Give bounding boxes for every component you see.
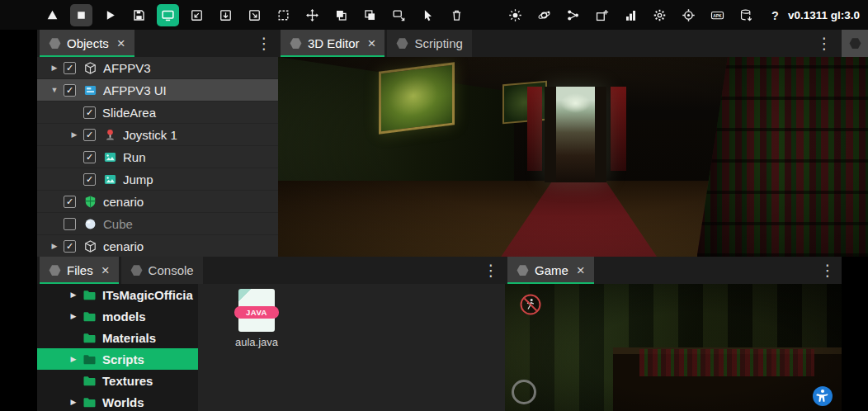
apk-export-icon[interactable]: APK: [706, 4, 729, 26]
object-label: Run: [123, 150, 146, 164]
visibility-checkbox[interactable]: ✓: [64, 240, 76, 253]
close-icon[interactable]: ×: [368, 36, 376, 50]
folder-row-itsmagicofficia[interactable]: ▶ITsMagicOfficia: [37, 284, 198, 305]
expand-arrow-icon[interactable]: ▶: [65, 355, 82, 363]
tab-game[interactable]: Game ×: [507, 257, 594, 284]
hexagon-icon: [849, 37, 861, 50]
light-icon[interactable]: [504, 4, 526, 26]
accessibility-button[interactable]: [812, 385, 833, 407]
3d-viewport[interactable]: [278, 57, 868, 257]
object-row-run[interactable]: ✓Run: [37, 146, 278, 168]
orbit-icon[interactable]: [533, 4, 555, 26]
folder-row-models[interactable]: ▶models: [37, 305, 198, 327]
game-view[interactable]: [505, 284, 842, 411]
object-row-cube[interactable]: Cube: [37, 213, 278, 235]
image-icon: [102, 149, 117, 164]
object-row-cenario[interactable]: ✓cenario: [37, 191, 278, 213]
select-area-icon[interactable]: [272, 4, 295, 26]
collapsed-tab[interactable]: [842, 30, 868, 57]
dock-left-icon[interactable]: [186, 4, 208, 26]
menu-icon[interactable]: ⋮: [820, 257, 835, 284]
object-row-cenario[interactable]: ▶✓cenario: [37, 235, 278, 257]
menu-icon[interactable]: ⋮: [257, 30, 271, 57]
folder-row-worlds[interactable]: ▶Worlds: [37, 391, 198, 411]
menu-icon[interactable]: ⋮: [484, 257, 498, 284]
tab-console-label: Console: [149, 263, 194, 277]
stop-icon[interactable]: [70, 4, 92, 26]
node-graph-icon[interactable]: [562, 4, 584, 26]
back-icon[interactable]: [41, 4, 64, 26]
object-label: AFPPV3 UI: [103, 83, 167, 97]
close-icon[interactable]: ×: [101, 263, 110, 277]
close-icon[interactable]: ×: [577, 263, 585, 277]
folder-icon: [82, 287, 97, 302]
joystick-icon: [102, 127, 117, 142]
external-display-icon[interactable]: [388, 4, 410, 26]
object-row-afppv3[interactable]: ▶✓AFPPV3: [37, 57, 278, 79]
expand-arrow-icon[interactable]: ▶: [65, 312, 82, 320]
visibility-checkbox[interactable]: ✓: [83, 151, 96, 163]
object-row-slidearea[interactable]: ✓SlideArea: [37, 102, 278, 124]
no-run-indicator[interactable]: [520, 294, 541, 315]
object-row-afppv3-ui[interactable]: ▼✓AFPPV3 UI: [37, 79, 278, 102]
file-name: aula.java: [221, 336, 292, 348]
hexagon-icon: [130, 264, 143, 276]
tab-console[interactable]: Console: [121, 257, 203, 284]
expand-arrow-icon[interactable]: ▼: [45, 86, 64, 94]
menu-icon[interactable]: ⋮: [817, 30, 832, 57]
visibility-checkbox[interactable]: ✓: [83, 173, 96, 186]
settings-icon[interactable]: [649, 4, 671, 26]
folder-row-scripts[interactable]: ▶Scripts: [37, 348, 198, 370]
screen-cast-icon[interactable]: [157, 4, 179, 26]
tab-files-label: Files: [67, 263, 93, 277]
visibility-checkbox[interactable]: ✓: [64, 84, 76, 97]
target-settings-icon[interactable]: [677, 4, 700, 26]
game-panel: Game × ⋮: [505, 257, 842, 411]
folder-row-materials[interactable]: Materials: [37, 327, 198, 348]
object-row-jump[interactable]: ✓Jump: [37, 168, 278, 191]
tab-3d-editor[interactable]: 3D Editor ×: [281, 30, 384, 57]
build-database-icon[interactable]: [735, 4, 757, 26]
hexagon-icon: [290, 37, 302, 50]
pointer-icon[interactable]: [417, 4, 439, 26]
expand-arrow-icon[interactable]: ▶: [45, 242, 64, 250]
tab-scripting[interactable]: Scripting: [387, 30, 471, 57]
expand-arrow-icon[interactable]: ▶: [65, 291, 82, 299]
tab-files[interactable]: Files ×: [40, 257, 119, 284]
play-icon[interactable]: [99, 4, 121, 26]
objects-tabbar: Objects × ⋮: [37, 30, 278, 57]
files-grid[interactable]: JAVAaula.java: [198, 284, 505, 411]
object-label: SlideArea: [102, 106, 156, 120]
expand-arrow-icon[interactable]: ▶: [65, 398, 82, 406]
dock-bottom-icon[interactable]: [215, 4, 237, 26]
object-row-joystick-1[interactable]: ▶✓Joystick 1: [37, 124, 278, 146]
expand-arrow-icon[interactable]: ▶: [45, 64, 64, 72]
dock-right-icon[interactable]: [243, 4, 266, 26]
move-icon[interactable]: [301, 4, 323, 26]
bring-forward-icon[interactable]: [359, 4, 381, 26]
visibility-checkbox[interactable]: ✓: [83, 129, 96, 141]
folder-icon: [82, 352, 97, 366]
trash-icon[interactable]: [446, 4, 468, 26]
close-icon[interactable]: ×: [117, 36, 125, 50]
tab-objects[interactable]: Objects ×: [40, 30, 134, 57]
expand-arrow-icon[interactable]: ▶: [65, 130, 83, 139]
stats-icon[interactable]: [620, 4, 642, 26]
version-label: v0.1311 gl:3.0: [788, 0, 860, 30]
file-item-aula-java[interactable]: JAVAaula.java: [221, 289, 292, 348]
folder-label: Textures: [102, 374, 153, 388]
send-backward-icon[interactable]: [330, 4, 352, 26]
visibility-checkbox[interactable]: [64, 218, 76, 230]
visibility-checkbox[interactable]: ✓: [83, 106, 96, 119]
help-icon[interactable]: ?: [764, 4, 786, 26]
file-type-badge: JAVA: [234, 306, 279, 319]
visibility-checkbox[interactable]: ✓: [64, 62, 76, 74]
folder-label: Scripts: [102, 352, 144, 366]
folder-icon: [82, 373, 97, 388]
folder-row-textures[interactable]: Textures: [37, 370, 198, 391]
save-icon[interactable]: [128, 4, 150, 26]
joystick-base[interactable]: [512, 380, 536, 404]
visibility-checkbox[interactable]: ✓: [64, 196, 76, 208]
hexagon-icon: [396, 37, 408, 50]
add-object-icon[interactable]: [591, 4, 613, 26]
